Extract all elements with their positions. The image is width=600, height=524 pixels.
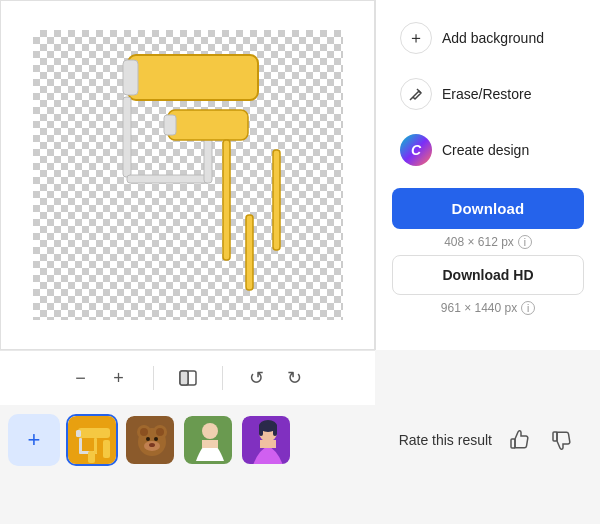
canvas-checkerboard xyxy=(33,30,343,320)
compare-button[interactable] xyxy=(170,360,206,396)
thumbnail-paint[interactable] xyxy=(66,414,118,466)
svg-rect-10 xyxy=(246,215,253,290)
svg-rect-15 xyxy=(78,428,110,438)
svg-rect-1 xyxy=(123,60,138,95)
svg-rect-37 xyxy=(260,440,276,448)
svg-rect-4 xyxy=(204,135,212,183)
svg-point-27 xyxy=(156,428,164,436)
thumbnails-row: + xyxy=(0,405,600,475)
svg-rect-16 xyxy=(76,430,81,437)
compare-controls xyxy=(154,360,222,396)
rate-section: Rate this result xyxy=(399,425,592,455)
thumbnail-bear[interactable] xyxy=(124,414,176,466)
download-button[interactable]: Download xyxy=(392,188,584,229)
svg-rect-41 xyxy=(511,439,515,448)
add-background-label: Add background xyxy=(442,30,544,46)
svg-rect-20 xyxy=(103,440,110,458)
add-background-button[interactable]: ＋ Add background xyxy=(392,12,584,64)
thumbs-down-button[interactable] xyxy=(546,425,576,455)
svg-point-26 xyxy=(140,428,148,436)
svg-rect-34 xyxy=(202,440,218,448)
hd-dimensions: 961 × 1440 px i xyxy=(392,301,584,315)
svg-rect-6 xyxy=(164,115,176,135)
toolbar: − + ↺ ↻ xyxy=(0,350,375,405)
svg-rect-40 xyxy=(273,424,277,436)
svg-rect-42 xyxy=(553,432,557,441)
thumbnail-paint-image xyxy=(68,416,118,466)
svg-rect-0 xyxy=(128,55,258,100)
thumbnail-person[interactable] xyxy=(240,414,292,466)
thumbnail-bear-image xyxy=(126,416,176,466)
primary-info-icon[interactable]: i xyxy=(518,235,532,249)
hd-info-icon[interactable]: i xyxy=(521,301,535,315)
thumbnail-wedding-image xyxy=(184,416,234,466)
svg-point-29 xyxy=(146,437,150,441)
download-section: Download 408 × 612 px i Download HD 961 … xyxy=(392,188,584,315)
svg-point-31 xyxy=(149,443,155,447)
svg-rect-7 xyxy=(223,140,230,260)
svg-rect-19 xyxy=(94,438,97,454)
thumbs-up-button[interactable] xyxy=(504,425,534,455)
svg-rect-17 xyxy=(79,438,82,453)
history-controls: ↺ ↻ xyxy=(223,360,329,396)
zoom-out-button[interactable]: − xyxy=(63,360,99,396)
svg-rect-8 xyxy=(273,150,280,250)
svg-rect-3 xyxy=(127,175,207,183)
primary-dimensions: 408 × 612 px i xyxy=(392,235,584,249)
redo-button[interactable]: ↻ xyxy=(277,360,313,396)
svg-rect-21 xyxy=(88,451,95,463)
thumbnail-wedding[interactable] xyxy=(182,414,234,466)
canvas-panel xyxy=(0,0,375,350)
svg-rect-5 xyxy=(168,110,248,140)
create-design-button[interactable]: C Create design xyxy=(392,124,584,176)
erase-restore-button[interactable]: Erase/Restore xyxy=(392,68,584,120)
add-thumbnail-button[interactable]: + xyxy=(8,414,60,466)
canva-icon: C xyxy=(400,134,432,166)
erase-restore-icon xyxy=(400,78,432,110)
zoom-in-button[interactable]: + xyxy=(101,360,137,396)
svg-point-33 xyxy=(202,423,218,439)
add-background-icon: ＋ xyxy=(400,22,432,54)
svg-point-30 xyxy=(154,437,158,441)
zoom-controls: − + xyxy=(47,360,153,396)
rate-label: Rate this result xyxy=(399,432,492,448)
paint-rollers-image xyxy=(68,45,308,305)
create-design-label: Create design xyxy=(442,142,529,158)
thumbnail-person-image xyxy=(242,416,292,466)
download-hd-button[interactable]: Download HD xyxy=(392,255,584,295)
svg-rect-2 xyxy=(123,97,131,177)
undo-button[interactable]: ↺ xyxy=(239,360,275,396)
svg-rect-39 xyxy=(259,424,263,436)
erase-restore-label: Erase/Restore xyxy=(442,86,531,102)
right-panel: ＋ Add background Erase/Restore C Create … xyxy=(375,0,600,350)
svg-rect-13 xyxy=(180,371,188,385)
